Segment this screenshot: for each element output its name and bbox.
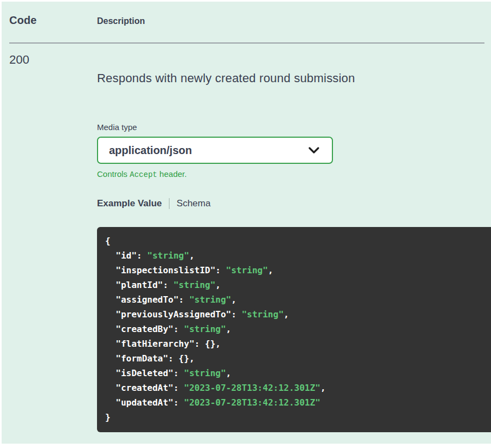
code-line: "createdAt": "2023-07-28T13:42:12.301Z", <box>105 381 487 395</box>
code-line: "id": "string", <box>105 248 487 263</box>
response-status-code: 200 <box>2 44 97 432</box>
accept-header-note: Controls Accept header. <box>97 169 491 179</box>
response-description-column: Responds with newly created round submis… <box>97 44 491 432</box>
tab-divider <box>169 198 169 209</box>
code-line: "assignedTo": "string", <box>105 292 487 307</box>
code-line: "formData": {}, <box>105 351 487 366</box>
example-json-code-block: { "id": "string", "inspectionslistID": "… <box>97 227 491 432</box>
accept-header-code: Accept <box>130 170 157 179</box>
code-line: } <box>105 410 487 425</box>
media-type-label: Media type <box>97 122 491 132</box>
code-line: "flatHierarchy": {}, <box>105 336 487 351</box>
controls-text-suffix: header. <box>157 169 186 179</box>
tab-schema[interactable]: Schema <box>177 198 210 209</box>
example-schema-tabs: Example Value Schema <box>97 198 491 209</box>
responses-panel: Code Description 200 Responds with newly… <box>2 2 491 444</box>
code-line: "plantId": "string", <box>105 278 487 292</box>
response-description: Responds with newly created round submis… <box>97 71 491 85</box>
code-column-header: Code <box>2 14 97 27</box>
code-line: "previouslyAssignedTo": "string", <box>105 307 487 322</box>
media-type-select[interactable]: application/json <box>97 137 333 164</box>
code-line: "isDeleted": "string", <box>105 366 487 381</box>
tab-example-value[interactable]: Example Value <box>97 198 162 209</box>
response-row: 200 Responds with newly created round su… <box>2 44 491 432</box>
code-line: "inspectionslistID": "string", <box>105 263 487 278</box>
code-line: { <box>105 234 487 248</box>
controls-text-prefix: Controls <box>97 169 130 179</box>
description-column-header: Description <box>97 16 145 26</box>
responses-table-header: Code Description <box>2 2 491 27</box>
code-line: "updatedAt": "2023-07-28T13:42:12.301Z" <box>105 395 487 410</box>
code-line: "createdBy": "string", <box>105 322 487 336</box>
media-type-select-wrap: application/json <box>97 137 333 164</box>
